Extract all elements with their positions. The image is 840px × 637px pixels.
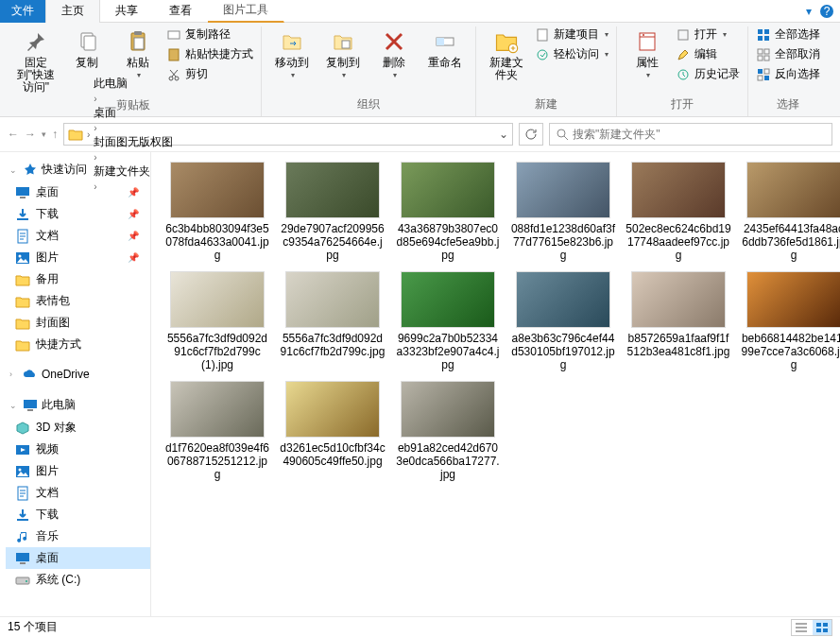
sidebar-item[interactable]: 图片📌: [6, 247, 150, 268]
move-to-button[interactable]: 移动到▾: [269, 26, 315, 81]
nav-up-button[interactable]: ↑: [52, 128, 58, 141]
rename-button[interactable]: 重命名: [422, 26, 468, 71]
easy-access-button[interactable]: 轻松访问▾: [535, 46, 609, 62]
delete-button[interactable]: 删除▾: [371, 26, 417, 81]
sidebar-item[interactable]: 3D 对象: [6, 417, 150, 439]
file-tile[interactable]: 088fd1e1238d60af3f77d77615e823b6.jpg: [510, 162, 616, 262]
copy-path-button[interactable]: 复制路径: [166, 26, 253, 43]
new-item-button[interactable]: 新建项目▾: [535, 26, 609, 43]
sidebar-item[interactable]: 下载: [6, 504, 150, 525]
file-tile[interactable]: d3261ec5d10cfbf34c490605c49ffe50.jpg: [280, 381, 386, 481]
history-button[interactable]: 历史记录: [676, 66, 740, 82]
sidebar-item[interactable]: 文档📌: [6, 225, 150, 247]
organize-group-label: 组织: [357, 95, 380, 116]
sidebar-item[interactable]: 桌面📌: [6, 181, 150, 203]
properties-button[interactable]: 属性▾: [625, 26, 670, 81]
paste-button[interactable]: 粘贴 ▾: [115, 26, 161, 81]
tab-file[interactable]: 文件: [0, 0, 45, 23]
download-icon: [15, 207, 30, 222]
nav-forward-button[interactable]: →: [25, 128, 36, 141]
search-box[interactable]: [549, 123, 832, 146]
help-icon[interactable]: ?: [819, 4, 834, 19]
sidebar-item[interactable]: 系统 (C:): [6, 569, 150, 591]
svg-rect-39: [24, 400, 37, 408]
sidebar-item[interactable]: 视频: [6, 439, 150, 460]
sidebar-thispc-header[interactable]: ⌄ 此电脑: [6, 393, 150, 417]
nav-recent-dropdown[interactable]: ▾: [42, 129, 46, 139]
file-thumbnail: [746, 162, 840, 218]
chevron-down-icon: ▾: [342, 71, 346, 79]
file-name: eb91a82ced42d6703e0dca566ba17277.jpg: [395, 441, 501, 481]
sidebar-item[interactable]: 文档: [6, 482, 150, 504]
svg-rect-17: [640, 33, 655, 50]
copy-button[interactable]: 复制: [64, 26, 110, 71]
tab-file-label: 文件: [11, 3, 34, 19]
sidebar-item[interactable]: 图片: [6, 460, 150, 482]
file-tile[interactable]: eb91a82ced42d6703e0dca566ba17277.jpg: [395, 381, 501, 481]
tab-view-label: 查看: [169, 3, 192, 19]
open-button[interactable]: 打开▾: [676, 26, 740, 43]
svg-rect-45: [16, 553, 29, 561]
copy-to-button[interactable]: 复制到▾: [320, 26, 366, 81]
svg-rect-50: [823, 623, 828, 627]
svg-rect-46: [20, 562, 26, 564]
pin-quickaccess-button[interactable]: 固定到"快速访问": [13, 26, 59, 95]
file-name: 5556a7fc3df9d092d91c6cf7fb2d799c (1).jpg: [164, 332, 270, 371]
edit-button[interactable]: 编辑: [676, 46, 740, 62]
file-tile[interactable]: b8572659a1faaf9f1f512b3ea481c8f1.jpg: [626, 271, 731, 371]
nav-back-button[interactable]: ←: [8, 128, 19, 141]
chevron-right-icon[interactable]: ›: [87, 129, 90, 140]
file-tile[interactable]: 29de7907acf209956c9354a76254664e.jpg: [280, 162, 386, 262]
new-folder-button[interactable]: 新建文件夹: [484, 26, 529, 83]
file-tile[interactable]: 2435ef64413fa48ac6ddb736fe5d1861.jpg: [741, 162, 840, 262]
refresh-button[interactable]: [519, 123, 543, 146]
sidebar-item[interactable]: 快捷方式: [6, 334, 150, 355]
view-largeicons-button[interactable]: [813, 620, 831, 635]
select-all-label: 全部选择: [775, 26, 820, 43]
tab-view[interactable]: 查看: [154, 0, 208, 23]
file-tile[interactable]: d1f7620ea8f039e4f606788715251212.jpg: [164, 381, 270, 481]
file-tile[interactable]: 5556a7fc3df9d092d91c6cf7fb2d799c (1).jpg: [164, 271, 270, 371]
breadcrumb-segment[interactable]: 此电脑: [94, 76, 173, 92]
select-all-button[interactable]: 全部选择: [756, 26, 820, 43]
file-tile[interactable]: a8e3b63c796c4ef44d530105bf197012.jpg: [510, 271, 616, 371]
select-invert-button[interactable]: 反向选择: [756, 66, 820, 82]
search-input[interactable]: [573, 128, 826, 141]
select-none-button[interactable]: 全部取消: [756, 46, 820, 62]
sidebar-thispc-label: 此电脑: [42, 397, 76, 413]
chevron-right-icon[interactable]: ›: [94, 123, 96, 133]
file-tile[interactable]: 6c3b4bb803094f3e5078fda4633a0041.jpg: [164, 162, 270, 262]
tab-picture-tools[interactable]: 图片工具: [208, 0, 284, 23]
file-tile[interactable]: 502ec8ec624c6bd1917748aadeef97cc.jpg: [626, 162, 731, 262]
sidebar-onedrive-header[interactable]: › OneDrive: [6, 363, 150, 386]
sidebar-item[interactable]: 表情包: [6, 290, 150, 312]
new-folder-label: 新建文件夹: [486, 57, 527, 81]
file-tile[interactable]: beb66814482be141f99e7cce7a3c6068.jpg: [741, 271, 840, 371]
file-pane[interactable]: 6c3b4bb803094f3e5078fda4633a0041.jpg29de…: [151, 152, 840, 616]
address-bar[interactable]: › 此电脑 › 桌面 › 封面图无版权图 › 新建文件夹 › ⌄: [63, 123, 513, 146]
tab-home[interactable]: 主页: [45, 0, 100, 23]
tab-share[interactable]: 共享: [100, 0, 154, 23]
sidebar-item[interactable]: 备用: [6, 268, 150, 290]
chevron-right-icon[interactable]: ›: [94, 94, 96, 104]
sidebar-item[interactable]: 音乐: [6, 525, 150, 547]
rename-label: 重命名: [428, 57, 462, 69]
sidebar-item[interactable]: 封面图: [6, 312, 150, 334]
sidebar-item[interactable]: 下载📌: [6, 203, 150, 225]
address-dropdown[interactable]: ⌄: [499, 128, 508, 141]
breadcrumb-segment[interactable]: 桌面: [94, 105, 173, 121]
cut-button[interactable]: 剪切: [166, 66, 253, 82]
file-name: 5556a7fc3df9d092d91c6cf7fb2d799c.jpg: [280, 332, 386, 358]
paste-shortcut-button[interactable]: 粘贴快捷方式: [166, 46, 253, 62]
sidebar-item[interactable]: 桌面: [6, 547, 150, 569]
breadcrumb-segment[interactable]: 封面图无版权图: [94, 134, 173, 150]
sidebar-quickaccess-header[interactable]: ⌄ 快速访问: [6, 158, 150, 181]
copy-label: 复制: [76, 57, 98, 69]
video-icon: [15, 442, 30, 457]
file-tile[interactable]: 43a36879b3807ec0d85e694cfe5ea9bb.jpg: [395, 162, 501, 262]
svg-rect-11: [342, 41, 350, 48]
file-tile[interactable]: 9699c2a7b0b52334a3323bf2e907a4c4.jpg: [395, 271, 501, 371]
ribbon-collapse-icon[interactable]: ▾: [806, 5, 812, 18]
file-tile[interactable]: 5556a7fc3df9d092d91c6cf7fb2d799c.jpg: [280, 271, 386, 371]
view-details-button[interactable]: [792, 620, 811, 635]
